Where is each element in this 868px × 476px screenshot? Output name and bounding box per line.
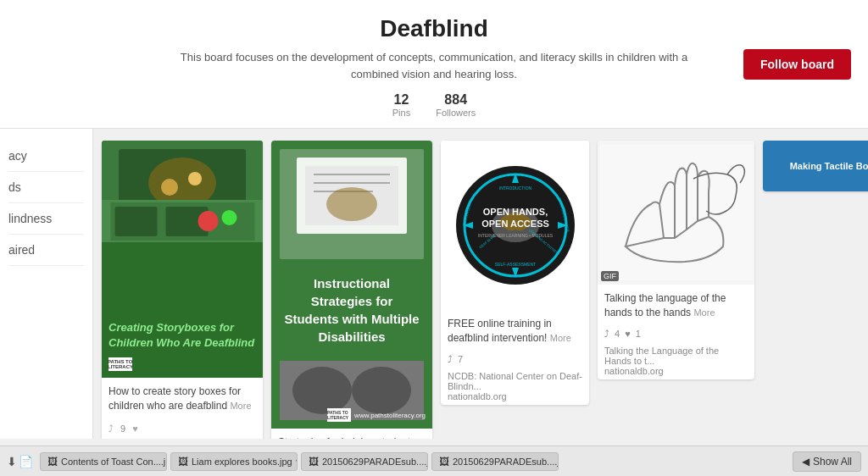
repin-count-1: 9 — [120, 423, 125, 434]
sidebar-item-1[interactable]: acy — [8, 141, 84, 172]
sidebar-item-3[interactable]: lindness — [8, 203, 84, 235]
sidebar: acy ds lindness aired — [0, 129, 93, 439]
svg-point-3 — [161, 179, 178, 196]
pin-image-2: Instructional Strategies for Students wi… — [271, 141, 432, 429]
pin-card-tactile-books[interactable]: Making Tactile Books — [763, 141, 868, 191]
board-description: This board focuses on the development of… — [180, 49, 688, 82]
pin-card-open-hands[interactable]: INTRODUCTION SELF-ASSESSMENT RESOURCES C… — [441, 141, 589, 405]
gif-badge: GIF — [601, 271, 619, 281]
taskbar-system-icons: ⬇ 📄 — [7, 455, 33, 468]
svg-point-10 — [221, 210, 236, 225]
pin-source-3: NCDB: National Center on Deaf-Blindn... … — [441, 369, 589, 405]
paths-badge-1: PATHS TO LITERACY — [108, 357, 256, 371]
svg-text:INTERVENER LEARNING • MODULES: INTERVENER LEARNING • MODULES — [477, 233, 553, 238]
svg-point-9 — [198, 211, 218, 231]
pin-title-2: Instructional Strategies for Students wi… — [280, 266, 424, 354]
show-all-arrow-icon: ◀ — [802, 456, 810, 468]
repin-count-3: 7 — [458, 354, 463, 364]
taskbar-file-label-2: Liam explores books.jpg — [192, 457, 292, 467]
followers-label: Followers — [436, 108, 476, 118]
pin-image-wrap-4: GIF — [598, 141, 754, 285]
pin-image-5: Making Tactile Books — [763, 141, 868, 191]
sidebar-item-2[interactable]: ds — [8, 172, 84, 203]
pin-desc-2: Strategies for helping students — [278, 435, 426, 439]
pin-desc-4: Talking the language of the hands to the… — [604, 291, 748, 320]
content-area: acy ds lindness aired — [0, 129, 868, 439]
taskbar-file-label-4: 20150629PARADEsub....jpg — [453, 457, 559, 467]
svg-text:SELF-ASSESSMENT: SELF-ASSESSMENT — [494, 262, 535, 267]
paths-badge-2: PATHS TO LITERACY www.pathstoliteracy.or… — [327, 408, 426, 422]
taskbar-file-3[interactable]: 🖼 20150629PARADEsub....jpg ▾ — [301, 452, 428, 471]
svg-point-19 — [292, 367, 352, 414]
sidebar-item-4[interactable]: aired — [8, 235, 84, 266]
pins-stat: 12 Pins — [392, 92, 410, 118]
file-icon-2: 🖼 — [178, 456, 188, 468]
pins-count: 12 — [392, 92, 410, 108]
pin-more-4[interactable]: More — [693, 307, 715, 318]
paths-logo-1: PATHS TO LITERACY — [108, 357, 132, 371]
pin-more-3[interactable]: More — [550, 333, 571, 343]
board-title: Deafblind — [17, 15, 851, 42]
repin-icon-4: ⤴ — [604, 329, 609, 339]
like-icon-4: ♥ — [625, 329, 631, 339]
followers-count: 884 — [436, 92, 476, 108]
pin-image-4 — [598, 141, 754, 285]
pin-card-strategies[interactable]: Instructional Strategies for Students wi… — [271, 141, 432, 439]
file-icon-1: 🖼 — [47, 456, 58, 468]
paths-logo-2: PATHS TO LITERACY — [327, 408, 351, 422]
taskbar-icon-2: 📄 — [19, 455, 33, 468]
taskbar-file-4[interactable]: 🖼 20150629PARADEsub....jpg ▾ — [431, 452, 559, 471]
pin-source-4: Talking the Language of the Hands to t..… — [598, 344, 754, 379]
pin-card-storyboxes[interactable]: Creating Storyboxes for Children Who Are… — [102, 141, 263, 439]
pin-body-2: Strategies for helping students — [271, 429, 432, 439]
pin-image-top-1 — [102, 141, 263, 242]
tactile-label: Making Tactile Books — [790, 161, 868, 171]
like-count-4: 1 — [636, 329, 641, 339]
taskbar-file-1[interactable]: 🖼 Contents of Toast Con....jpg ▾ — [40, 452, 167, 471]
dropdown-arrow-2[interactable]: ▾ — [296, 457, 298, 465]
svg-rect-37 — [600, 145, 753, 280]
followers-stat: 884 Followers — [436, 92, 476, 118]
taskbar-file-label-1: Contents of Toast Con....jpg — [61, 457, 167, 467]
taskbar-file-2[interactable]: 🖼 Liam explores books.jpg ▾ — [170, 452, 298, 471]
like-icon-1: ♥ — [132, 423, 138, 434]
pin-image-top-2 — [280, 149, 424, 259]
taskbar: ⬇ 📄 🖼 Contents of Toast Con....jpg ▾ 🖼 L… — [0, 446, 868, 476]
pin-actions-1: ⤴ 9 ♥ — [102, 420, 263, 439]
show-all-label: Show All — [813, 456, 852, 468]
follow-board-button[interactable]: Follow board — [743, 49, 851, 80]
taskbar-icon-1: ⬇ — [7, 455, 17, 468]
pin-body-1: How to create story boxes for children w… — [102, 378, 263, 420]
svg-point-17 — [326, 187, 377, 221]
pin-image-3: INTRODUCTION SELF-ASSESSMENT RESOURCES C… — [441, 141, 589, 310]
pin-count-4: ⤴ 4 ♥ 1 — [598, 327, 754, 344]
svg-point-4 — [188, 172, 202, 185]
svg-rect-7 — [114, 207, 157, 236]
pin-body-4: Talking the language of the hands to the… — [598, 285, 754, 327]
pin-image-1: Creating Storyboxes for Children Who Are… — [102, 141, 263, 378]
taskbar-file-label-3: 20150629PARADEsub....jpg — [322, 457, 428, 467]
board-stats: 12 Pins 884 Followers — [17, 92, 851, 118]
pin-count-3: ⤴ 7 — [441, 352, 589, 369]
page-header: Deafblind This board focuses on the deve… — [0, 0, 868, 129]
repin-icon-3: ⤴ — [448, 354, 453, 364]
pin-free-text-3: FREE online training in deafblind interv… — [441, 310, 589, 352]
pin-card-hands-language[interactable]: GIF Talking the language of the hands to… — [598, 141, 754, 379]
pins-label: Pins — [392, 108, 410, 118]
svg-text:INTRODUCTION: INTRODUCTION — [498, 185, 531, 191]
svg-point-20 — [352, 367, 411, 414]
repin-icon-1: ⤴ — [108, 423, 114, 434]
open-hands-logo: INTRODUCTION SELF-ASSESSMENT RESOURCES C… — [456, 166, 575, 285]
repin-count-4: 4 — [615, 329, 620, 339]
pin-more-1[interactable]: More — [230, 401, 251, 411]
pin-desc-1: How to create story boxes for children w… — [108, 385, 256, 413]
file-icon-3: 🖼 — [309, 456, 319, 468]
pin-title-green-1: Creating Storyboxes for Children Who Are… — [108, 320, 256, 351]
svg-text:OPEN HANDS,: OPEN HANDS, — [482, 207, 547, 217]
pin-text-overlay-1: Creating Storyboxes for Children Who Are… — [102, 242, 263, 378]
svg-text:OPEN ACCESS: OPEN ACCESS — [481, 219, 549, 229]
pins-area: Creating Storyboxes for Children Who Are… — [93, 129, 868, 439]
file-icon-4: 🖼 — [439, 456, 449, 468]
show-all-button[interactable]: ◀ Show All — [793, 451, 861, 472]
